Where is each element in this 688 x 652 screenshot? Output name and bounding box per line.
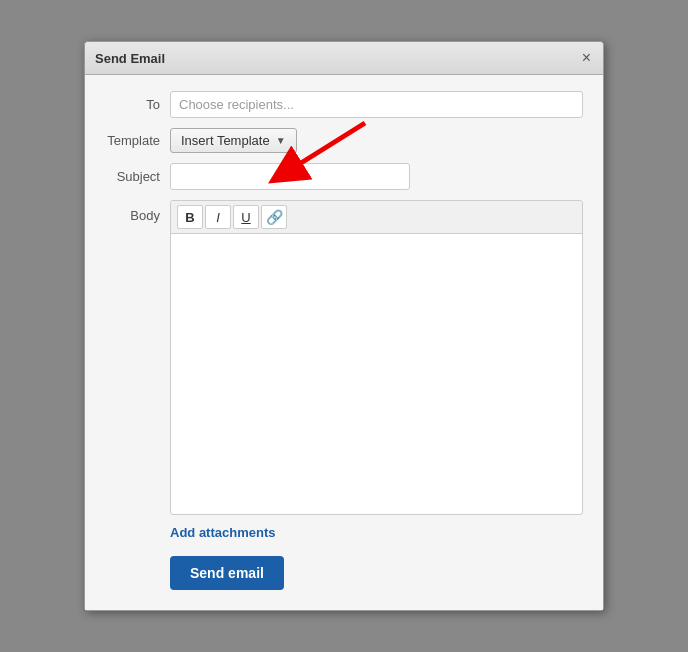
body-row: Body B I U 🔗 (105, 200, 583, 515)
send-button[interactable]: Send email (170, 556, 284, 590)
send-row: Send email (105, 556, 583, 590)
add-attachments-link[interactable]: Add attachments (170, 525, 275, 540)
send-email-dialog: Send Email × To Template Insert Template… (84, 41, 604, 611)
insert-template-label: Insert Template (181, 133, 270, 148)
subject-input[interactable] (170, 163, 410, 190)
to-input-wrap (170, 91, 583, 118)
to-row: To (105, 91, 583, 118)
subject-wrap (170, 163, 583, 190)
dialog-titlebar: Send Email × (85, 42, 603, 75)
body-label: Body (105, 200, 170, 223)
editor-toolbar: B I U 🔗 (171, 201, 582, 234)
to-label: To (105, 97, 170, 112)
to-input[interactable] (170, 91, 583, 118)
template-wrap: Insert Template ▼ (170, 128, 583, 153)
close-button[interactable]: × (580, 50, 593, 66)
chevron-down-icon: ▼ (276, 135, 286, 146)
link-icon: 🔗 (266, 209, 283, 225)
body-content-area[interactable] (171, 234, 582, 514)
dialog-title: Send Email (95, 51, 165, 66)
underline-button[interactable]: U (233, 205, 259, 229)
body-editor: B I U 🔗 (170, 200, 583, 515)
template-row: Template Insert Template ▼ (105, 128, 583, 153)
bold-button[interactable]: B (177, 205, 203, 229)
insert-template-button[interactable]: Insert Template ▼ (170, 128, 297, 153)
italic-button[interactable]: I (205, 205, 231, 229)
dialog-body: To Template Insert Template ▼ (85, 75, 603, 610)
template-label: Template (105, 133, 170, 148)
subject-label: Subject (105, 169, 170, 184)
subject-row: Subject (105, 163, 583, 190)
link-button[interactable]: 🔗 (261, 205, 287, 229)
add-attachments-row: Add attachments (105, 525, 583, 540)
